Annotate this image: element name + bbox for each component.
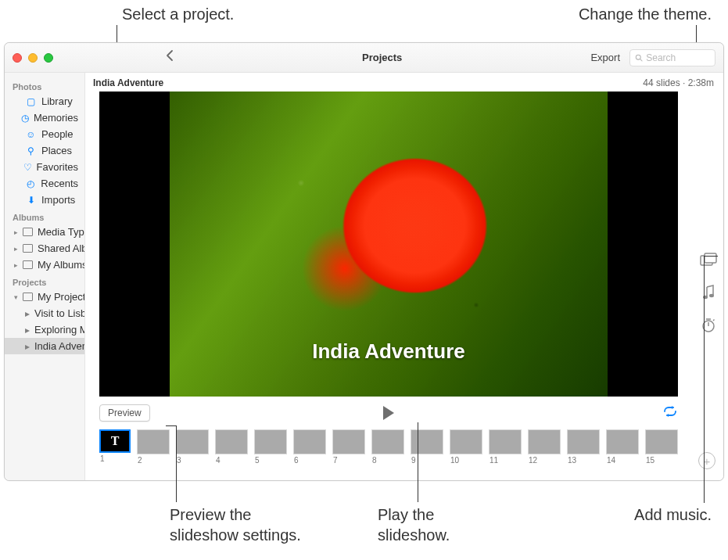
memories-icon: ◷ [21, 112, 29, 124]
thumbnail[interactable]: 8 [371, 429, 404, 465]
preview-button[interactable]: Preview [99, 404, 150, 422]
thumbnail[interactable]: 15 [645, 429, 678, 465]
sidebar-item-my-projects[interactable]: ▾My Projects [5, 289, 84, 305]
thumbnail[interactable]: 13 [567, 429, 600, 465]
sidebar-item-india-adventure[interactable]: ▸India Adventure [5, 338, 84, 354]
sidebar-item-favorites[interactable]: ♡Favorites [5, 159, 84, 175]
slideshow-icon: ▸ [25, 340, 30, 352]
thumbnail-image [411, 429, 443, 454]
folder-icon [23, 226, 33, 238]
sidebar-item-media-types[interactable]: ▸Media Types [5, 224, 84, 240]
sidebar-item-library[interactable]: ▢Library [5, 93, 84, 109]
search-field[interactable] [629, 49, 715, 66]
thumbnail-number: 4 [215, 456, 248, 465]
thumbnail[interactable]: 5 [254, 429, 287, 465]
sidebar-item-label: My Projects [38, 291, 84, 303]
slideshow-viewer: India Adventure [99, 92, 678, 397]
sidebar-item-places[interactable]: ⚲Places [5, 142, 84, 159]
callout-line [704, 256, 705, 503]
sidebar-item-label: People [41, 128, 73, 140]
titlebar-right: Export [590, 49, 715, 66]
recents-icon: ◴ [25, 178, 37, 189]
thumbnail[interactable]: 9 [411, 429, 443, 465]
thumbnail-image [489, 429, 522, 454]
sidebar: Photos ▢Library ◷Memories ☺People ⚲Place… [5, 73, 85, 480]
thumbnail-image [254, 429, 287, 454]
thumbnail-number: 11 [489, 456, 522, 465]
thumbnail[interactable]: 6 [293, 429, 326, 465]
callout-add-music: Add music. [634, 504, 712, 525]
thumbnail-strip: T123456789101112131415 [99, 428, 678, 466]
thumbnail-number: 12 [528, 456, 561, 465]
svg-point-5 [709, 294, 714, 297]
people-icon: ☺ [25, 128, 37, 140]
duration-button[interactable] [700, 317, 717, 334]
zoom-icon[interactable] [44, 53, 53, 63]
thumbnail-image [176, 429, 209, 454]
search-input[interactable] [646, 52, 710, 63]
sidebar-item-people[interactable]: ☺People [5, 126, 84, 142]
minimize-icon[interactable] [28, 53, 38, 63]
thumbnail-image [645, 429, 678, 454]
main-area: India Adventure 44 slides · 2:38m India … [85, 73, 723, 480]
thumbnail[interactable]: 2 [137, 429, 170, 465]
thumbnail[interactable]: 3 [176, 429, 209, 465]
thumbnail-image [332, 429, 365, 454]
thumbnail-image: T [99, 429, 131, 453]
thumbnail-image [293, 429, 326, 454]
sidebar-item-label: Favorites [37, 161, 78, 173]
callout-line [704, 256, 718, 257]
close-icon[interactable] [13, 53, 22, 63]
slideshow-icon: ▸ [25, 307, 30, 319]
thumbnail[interactable]: T1 [99, 429, 131, 465]
add-photo-button[interactable]: + [698, 452, 715, 469]
svg-line-1 [640, 59, 643, 61]
loop-button[interactable] [662, 405, 678, 421]
callout-play-slideshow: Play the slideshow. [378, 504, 450, 545]
thumbnail-number: 3 [176, 456, 209, 465]
sidebar-item-label: Exploring Mor… [34, 324, 84, 336]
thumbnail-number: 10 [450, 456, 482, 465]
music-button[interactable] [700, 284, 717, 301]
sidebar-item-exploring-mor[interactable]: ▸Exploring Mor… [5, 321, 84, 338]
sidebar-item-recents[interactable]: ◴Recents [5, 175, 84, 192]
sidebar-item-my-albums[interactable]: ▸My Albums [5, 257, 84, 273]
callout-preview-settings: Preview the slideshow settings. [170, 504, 301, 545]
sidebar-item-label: Media Types [38, 226, 84, 238]
search-icon [635, 53, 643, 63]
thumbnail-number: 7 [332, 456, 365, 465]
thumbnail[interactable]: 7 [332, 429, 365, 465]
thumbnail-image [606, 429, 639, 454]
thumbnail[interactable]: 14 [606, 429, 639, 465]
imports-icon: ⬇ [25, 194, 37, 206]
slideshow-overlay-title: India Adventure [99, 339, 678, 364]
sidebar-section-albums: Albums [5, 208, 84, 224]
sidebar-item-memories[interactable]: ◷Memories [5, 109, 84, 126]
export-button[interactable]: Export [590, 52, 620, 63]
sidebar-item-visit-to-lisbon[interactable]: ▸Visit to Lisbon [5, 305, 84, 321]
thumbnail[interactable]: 10 [450, 429, 482, 465]
folder-icon [23, 291, 33, 303]
callout-line [418, 422, 418, 502]
thumbnail[interactable]: 4 [215, 429, 248, 465]
thumbnail-number: 2 [137, 456, 170, 465]
svg-line-10 [713, 320, 715, 321]
thumbnail[interactable]: 11 [489, 429, 522, 465]
thumbnail-image [528, 429, 561, 454]
traffic-lights [13, 53, 53, 63]
sidebar-section-photos: Photos [5, 77, 84, 93]
project-title: India Adventure [93, 77, 163, 88]
play-button[interactable] [383, 406, 394, 420]
thumbnail-image [567, 429, 600, 454]
chevron-right-icon: ▸ [14, 261, 18, 269]
thumbnail[interactable]: 12 [528, 429, 561, 465]
theme-button[interactable] [700, 251, 717, 268]
sidebar-item-imports[interactable]: ⬇Imports [5, 192, 84, 208]
back-button[interactable] [166, 49, 174, 66]
thumbnail-number: 6 [293, 456, 326, 465]
sidebar-item-label: Shared Albums [38, 242, 84, 254]
callout-line [166, 425, 177, 426]
thumbnail-number: 15 [645, 456, 678, 465]
svg-point-0 [636, 55, 640, 59]
sidebar-item-shared-albums[interactable]: ▸Shared Albums [5, 240, 84, 257]
